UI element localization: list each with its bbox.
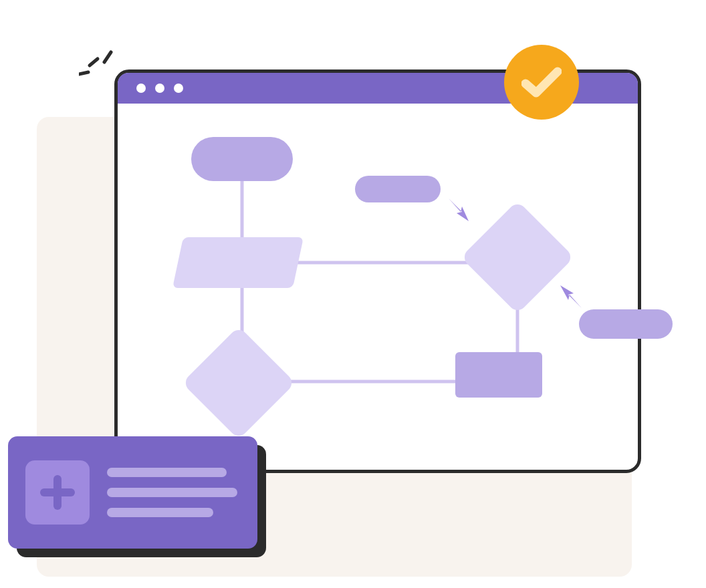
add-button[interactable] xyxy=(25,460,90,525)
checkmark-icon xyxy=(521,66,562,98)
add-card[interactable] xyxy=(8,436,257,549)
card-text-placeholder xyxy=(107,468,240,517)
window-control-maximize-icon[interactable] xyxy=(174,84,183,93)
flow-node-start[interactable] xyxy=(191,137,293,181)
flow-node-input[interactable] xyxy=(172,237,304,288)
app-window xyxy=(114,69,641,473)
svg-line-0 xyxy=(104,52,111,62)
flowchart-canvas[interactable] xyxy=(118,104,638,470)
text-line xyxy=(107,508,213,517)
emphasis-lines-icon xyxy=(79,47,119,80)
window-control-minimize-icon[interactable] xyxy=(155,84,164,93)
arrow-down-right-icon xyxy=(447,197,470,223)
text-line xyxy=(107,488,237,497)
plus-icon xyxy=(40,475,75,510)
flow-node-process[interactable] xyxy=(455,352,542,398)
svg-line-2 xyxy=(79,72,88,74)
flow-annotation-2[interactable] xyxy=(579,309,673,339)
text-line xyxy=(107,468,227,477)
flow-annotation-1[interactable] xyxy=(355,176,441,202)
svg-line-1 xyxy=(90,59,98,65)
arrow-up-left-icon xyxy=(559,285,583,309)
window-control-close-icon[interactable] xyxy=(136,84,146,93)
